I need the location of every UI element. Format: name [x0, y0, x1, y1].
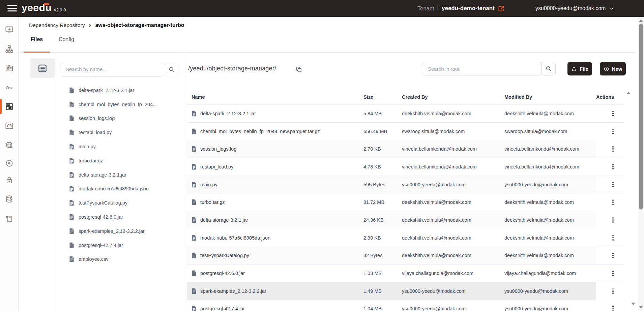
sidebar-item-screen-add[interactable] [2, 23, 16, 36]
row-actions-menu-icon[interactable] [609, 286, 617, 296]
tree-item[interactable]: spark-examples_2.12-3.2.2.jar [56, 224, 183, 238]
scrollbar-down-arrow[interactable] [639, 306, 643, 309]
table-row[interactable]: session_logs.log2.70 KBvineela.bellamkon… [187, 140, 624, 158]
scrollbar-up-arrow[interactable] [639, 19, 643, 22]
created-by: vineela.bellamkonda@modak.com [402, 164, 504, 169]
sidebar-item-id-badge[interactable] [2, 61, 16, 75]
tree-item[interactable]: restapi_load.py [56, 125, 183, 139]
sidebar-item-network-globe[interactable] [2, 138, 16, 152]
tree-item-label: chembl_mol_bytes_neblin_fp_204... [79, 102, 157, 107]
row-actions-menu-icon[interactable] [609, 197, 617, 207]
tree-search-input[interactable] [61, 62, 163, 76]
file-size: 81.72 MB [363, 199, 402, 205]
user-email: ysu0000-yeedu@modak.com [535, 5, 606, 11]
tree-item[interactable]: main.py [56, 139, 183, 154]
tree-item-label: main.py [79, 144, 96, 149]
copy-path-button[interactable] [294, 65, 303, 74]
table-row[interactable]: main.py595 Bytesysu0000-yeedu@modak.comy… [187, 176, 624, 194]
file-name: delta-storage-3.2.1.jar [200, 217, 248, 223]
user-menu[interactable]: ysu0000-yeedu@modak.com [535, 0, 614, 17]
created-by: deekshith.velmula@modak.com [402, 111, 504, 116]
sidebar-item-lock[interactable] [2, 173, 16, 187]
sidebar-item-key[interactable] [2, 81, 16, 94]
tree-item-label: postgresql-42.7.4.jar [79, 243, 123, 248]
modified-by: ysu0000-yeedu@modak.com [504, 182, 596, 187]
file-icon [69, 228, 74, 234]
table-scroll-down-icon[interactable] [631, 303, 635, 305]
tree-item[interactable]: modak-nabu-57a6cf8905da.json [56, 182, 183, 196]
row-actions-menu-icon[interactable] [609, 269, 617, 278]
table-row[interactable]: postgresql-42.6.0.jar1.03 MBvijaya.chall… [187, 265, 624, 282]
root-search-button[interactable] [541, 62, 556, 75]
table-row[interactable]: testPysparkCatalog.py32 Bytesdeekshith.v… [187, 247, 624, 265]
table-row[interactable]: modak-nabu-57a6cf8905da.json2.30 KBdeeks… [187, 229, 624, 247]
file-name: testPysparkCatalog.py [200, 253, 249, 258]
modified-by: ysu0000-yeedu@modak.com [504, 288, 596, 294]
file-name: spark-examples_2.12-3.2.2.jar [200, 288, 266, 294]
sidebar-item-repository-rack[interactable] [2, 100, 16, 113]
tree-search-button[interactable] [165, 63, 178, 76]
file-name: postgresql-42.7.4.jar [200, 306, 245, 311]
hamburger-menu-icon[interactable] [7, 5, 17, 12]
sidebar-item-cloud-storage[interactable] [2, 119, 16, 132]
row-actions-menu-icon[interactable] [609, 215, 617, 225]
tree-item[interactable]: testPysparkCatalog.py [56, 196, 183, 210]
table-row[interactable]: chembl_mol_bytes_neblin_fp_2048_new.parq… [187, 123, 624, 141]
file-size: 1.49 MB [363, 288, 402, 294]
file-icon [192, 235, 197, 241]
sidebar-item-billing-receipt[interactable] [2, 212, 16, 226]
file-name-cell: turbo.tar.gz [187, 199, 363, 205]
file-icon [69, 200, 74, 206]
row-actions-menu-icon[interactable] [609, 180, 617, 189]
tree-item[interactable]: delta-spark_2.12-3.2.1.jar [56, 83, 183, 97]
row-actions-menu-icon[interactable] [609, 233, 617, 243]
sidebar-item-database[interactable] [2, 192, 16, 206]
version-link[interactable]: v2.9.0 [54, 7, 66, 12]
row-actions-menu-icon[interactable] [609, 162, 617, 172]
row-actions-menu-icon[interactable] [609, 127, 617, 136]
row-actions-menu-icon[interactable] [609, 109, 617, 118]
tab-config[interactable]: Config [53, 36, 80, 53]
sidebar-item-disc[interactable] [2, 156, 16, 170]
id-badge-icon [5, 64, 14, 73]
table-row[interactable]: postgresql-42.7.4.jar1.04 MBysu0000-yeed… [187, 300, 624, 311]
file-size: 32 Bytes [363, 253, 402, 258]
tree-view-toggle-button[interactable] [30, 58, 55, 78]
created-by: deekshith.velmula@modak.com [402, 253, 504, 258]
key-icon [5, 83, 14, 92]
tree-item-label: modak-nabu-57a6cf8905da.json [79, 186, 149, 191]
tree-item-label: spark-examples_2.12-3.2.2.jar [79, 228, 145, 234]
external-link-icon[interactable] [498, 5, 505, 12]
tree-item[interactable]: delta-storage-3.2.1.jar [56, 168, 183, 182]
sidebar-nav [0, 17, 19, 311]
table-row[interactable]: delta-storage-3.2.1.jar24.36 KBdeekshith… [187, 211, 624, 229]
root-search-input[interactable] [423, 62, 542, 75]
breadcrumb-current: aws-object-storage-manager-turbo [95, 22, 184, 28]
file-name: postgresql-42.6.0.jar [200, 271, 245, 276]
table-row[interactable]: spark-examples_2.12-3.2.2.jar1.49 MBysu0… [187, 282, 624, 300]
new-button[interactable]: New [600, 62, 626, 75]
page-scrollbar[interactable] [638, 17, 644, 311]
upload-file-button[interactable]: File [567, 62, 592, 75]
file-size: 4.78 KB [363, 164, 402, 169]
table-row[interactable]: turbo.tar.gz81.72 MBdeekshith.velmula@mo… [187, 193, 624, 211]
scrollbar-thumb[interactable] [639, 24, 643, 210]
row-actions-menu-icon[interactable] [609, 304, 617, 311]
tree-item[interactable]: employee.csv [56, 252, 183, 267]
tab-files[interactable]: Files [24, 36, 50, 53]
row-actions-menu-icon[interactable] [609, 251, 617, 260]
tree-item[interactable]: chembl_mol_bytes_neblin_fp_204... [56, 97, 183, 112]
file-size: 24.36 KB [363, 217, 402, 223]
table-row[interactable]: restapi_load.py4.78 KBvineela.bellamkond… [187, 158, 624, 176]
breadcrumb-parent[interactable]: Dependency Repository [29, 22, 85, 28]
table-row[interactable]: delta-spark_2.12-3.2.1.jar5.84 MBdeekshi… [187, 105, 624, 123]
tree-item[interactable]: session_logs.log [56, 112, 183, 126]
table-scroll-up-icon[interactable] [626, 92, 631, 94]
breadcrumb: Dependency Repository aws-object-storage… [29, 22, 184, 28]
row-actions-menu-icon[interactable] [609, 144, 617, 154]
file-icon [69, 172, 74, 178]
tree-item[interactable]: postgresql-42.6.0.jar [56, 210, 183, 224]
tree-item[interactable]: turbo.tar.gz [56, 154, 183, 168]
sidebar-item-cluster[interactable] [2, 42, 16, 56]
tree-item[interactable]: postgresql-42.7.4.jar [56, 238, 183, 252]
